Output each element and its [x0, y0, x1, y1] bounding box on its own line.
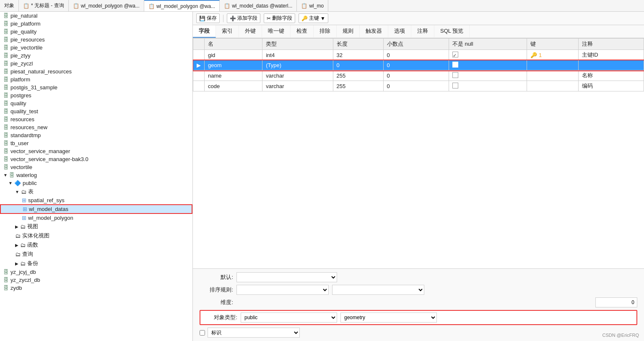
tab-object[interactable]: 对象	[0, 0, 19, 11]
sidebar-item-pie_resources[interactable]: 🗄 pie_resources	[0, 36, 192, 44]
mark-select[interactable]: 标识	[208, 328, 300, 338]
delete-field-button[interactable]: ✂ 删除字段	[264, 13, 295, 23]
table-row[interactable]: gid int4 32 0 🔑 1 主键ID	[193, 50, 644, 60]
sidebar-item-views-folder[interactable]: ▶ 🗂 视图	[0, 222, 192, 231]
sidebar-item-wl-model-datas[interactable]: ⊞ wl_model_datas	[0, 204, 192, 214]
field-decimal[interactable]: 0	[383, 70, 449, 81]
field-type[interactable]: (Type)	[262, 60, 333, 70]
notnull-checkbox[interactable]	[452, 83, 458, 89]
sidebar-item-vsm[interactable]: 🗄 vector_service_manager	[0, 147, 192, 155]
object-type-select1[interactable]: public	[241, 312, 337, 323]
sidebar-item-resources[interactable]: 🗄 resources	[0, 115, 192, 123]
tab-options[interactable]: 选项	[388, 25, 411, 38]
field-notnull[interactable]	[449, 70, 527, 81]
sidebar-item-wl-model-polygon[interactable]: ⊞ wl_model_polygon	[0, 214, 192, 222]
tab-sql-preview[interactable]: SQL 预览	[434, 25, 470, 38]
sidebar-item-quality-test[interactable]: 🗄 quality_test	[0, 107, 192, 115]
sidebar-item-queries-folder[interactable]: 🗂 查询	[0, 250, 192, 259]
sidebar-item-backup-folder[interactable]: ▶ 🗂 备份	[0, 259, 192, 268]
sidebar-item-pie_ztyy[interactable]: 🗄 pie_ztyy	[0, 52, 192, 60]
col-name[interactable]: 名	[205, 39, 262, 50]
field-length[interactable]: 32	[333, 50, 383, 60]
field-notnull[interactable]	[449, 81, 527, 91]
field-length[interactable]: 0	[333, 60, 383, 70]
sidebar-item-functions-folder[interactable]: ▶ 🗂 函数	[0, 240, 192, 250]
field-type[interactable]: varchar	[262, 70, 333, 81]
field-decimal[interactable]: 0	[383, 50, 449, 60]
save-button[interactable]: 💾 保存	[196, 13, 220, 23]
table-row[interactable]: code varchar 255 0 编码	[193, 81, 644, 91]
table-row-selected[interactable]: ▶ geom (Type) 0 0	[193, 60, 644, 70]
notnull-checkbox[interactable]	[452, 62, 458, 68]
default-select[interactable]	[236, 272, 337, 282]
sidebar-item-standardtmp[interactable]: 🗄 standardtmp	[0, 131, 192, 139]
field-type[interactable]: int4	[262, 50, 333, 60]
notnull-checkbox[interactable]	[452, 52, 458, 57]
tab-exclude[interactable]: 排除	[314, 25, 337, 38]
collation-select2[interactable]	[332, 285, 424, 295]
field-name[interactable]: geom	[205, 60, 262, 70]
col-decimal[interactable]: 小数点	[383, 39, 449, 50]
sidebar-item-pie_quality[interactable]: 🗄 pie_quality	[0, 28, 192, 36]
sidebar-item-platform[interactable]: 🗄 platform	[0, 75, 192, 83]
tab-untitled[interactable]: 📋 * 无标题 - 查询	[19, 0, 69, 11]
sidebar-item-postgres[interactable]: 🗄 postgres	[0, 91, 192, 99]
field-comment[interactable]	[578, 60, 644, 70]
tab-unique[interactable]: 唯一键	[262, 25, 291, 38]
add-field-button[interactable]: ➕ 添加字段	[227, 13, 260, 23]
field-name[interactable]: gid	[205, 50, 262, 60]
col-notnull[interactable]: 不是 null	[449, 39, 527, 50]
field-decimal[interactable]: 0	[383, 60, 449, 70]
tab-datas[interactable]: 📋 wl_model_datas @waterl...	[220, 0, 297, 11]
tab-polygon1[interactable]: 📋 wl_model_polygon @wa...	[69, 0, 144, 11]
dimension-input[interactable]	[595, 297, 637, 307]
sidebar-item-tables-folder[interactable]: ▼ 🗂 表	[0, 187, 192, 196]
primary-key-button[interactable]: 🔑 主键 ▼	[299, 13, 328, 23]
sidebar-item-yz-jcyj[interactable]: 🗄 yz_jcyj_db	[0, 268, 192, 276]
col-type[interactable]: 类型	[262, 39, 333, 50]
sidebar-item-pie_natural[interactable]: 🗄 pie_natural	[0, 12, 192, 20]
tab-fk[interactable]: 外键	[239, 25, 262, 38]
sidebar-item-tb-user[interactable]: 🗄 tb_user	[0, 139, 192, 147]
tab-wlmo[interactable]: 📋 wl_mo	[297, 0, 328, 11]
sidebar-item-piesat[interactable]: 🗄 piesat_natural_resources	[0, 68, 192, 75]
field-comment[interactable]: 编码	[578, 81, 644, 91]
field-type[interactable]: varchar	[262, 81, 333, 91]
tab-comment[interactable]: 注释	[411, 25, 434, 38]
sidebar-item-zydb[interactable]: 🗄 zydb	[0, 284, 192, 292]
tab-index[interactable]: 索引	[216, 25, 239, 38]
col-length[interactable]: 长度	[333, 39, 383, 50]
tab-check[interactable]: 检查	[291, 25, 314, 38]
table-row[interactable]: name varchar 255 0 名称	[193, 70, 644, 81]
sidebar-item-matviews-folder[interactable]: 🗂 实体化视图	[0, 231, 192, 240]
tab-field[interactable]: 字段	[193, 25, 216, 38]
field-length[interactable]: 255	[333, 81, 383, 91]
collation-select1[interactable]	[236, 285, 329, 295]
field-decimal[interactable]: 0	[383, 81, 449, 91]
sidebar-item-quality[interactable]: 🗄 quality	[0, 99, 192, 107]
field-comment[interactable]: 主键ID	[578, 50, 644, 60]
sidebar-item-waterlog[interactable]: ▼ 🗄 waterlog	[0, 171, 192, 179]
sidebar-item-pie_platform[interactable]: 🗄 pie_platform	[0, 20, 192, 28]
sidebar-item-public[interactable]: ▼ 🔷 public	[0, 179, 192, 187]
notnull-checkbox[interactable]	[452, 72, 458, 78]
object-type-select2[interactable]: geometry	[340, 312, 437, 323]
sidebar-item-vsm-bak[interactable]: 🗄 vector_service_manager-bak3.0	[0, 155, 192, 163]
sidebar-item-pie_zyczl[interactable]: 🗄 pie_zyczl	[0, 60, 192, 68]
sidebar-item-vectortile[interactable]: 🗄 vectortile	[0, 163, 192, 171]
col-comment[interactable]: 注释	[578, 39, 644, 50]
field-name[interactable]: name	[205, 70, 262, 81]
field-length[interactable]: 255	[333, 70, 383, 81]
tab-trigger[interactable]: 触发器	[360, 25, 388, 38]
sidebar-item-postgis[interactable]: 🗄 postgis_31_sample	[0, 83, 192, 91]
sidebar-item-spatial-ref-sys[interactable]: ⊞ spatial_ref_sys	[0, 196, 192, 204]
field-name[interactable]: code	[205, 81, 262, 91]
field-notnull[interactable]	[449, 60, 527, 70]
tab-rule[interactable]: 规则	[337, 25, 360, 38]
sidebar-item-resources-new[interactable]: 🗄 resources_new	[0, 123, 192, 131]
sidebar-item-pie_vectortile[interactable]: 🗄 pie_vectortile	[0, 44, 192, 52]
field-comment[interactable]: 名称	[578, 70, 644, 81]
col-key[interactable]: 键	[527, 39, 578, 50]
mark-checkbox[interactable]	[200, 330, 205, 336]
tab-polygon2[interactable]: 📋 wl_model_polygon @wa...	[144, 0, 220, 11]
